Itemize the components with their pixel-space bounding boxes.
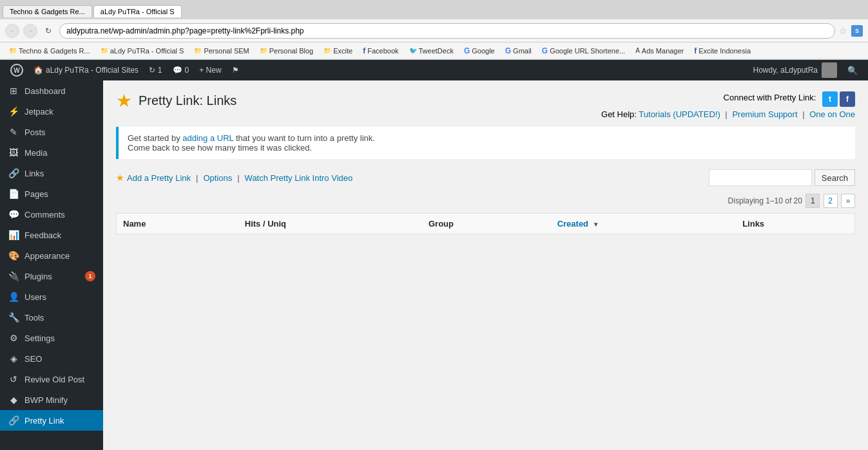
browser-tab-1[interactable]: Techno & Gadgets Re...	[3, 5, 92, 17]
media-icon: 🖼	[8, 147, 19, 158]
user-menu[interactable]: Howdy, aLdyputRa	[748, 60, 843, 80]
revive-icon: ↺	[8, 374, 19, 384]
home-icon: 🏠	[34, 66, 43, 75]
one-on-one-link[interactable]: One on One	[809, 109, 855, 119]
sort-arrow: ▼	[593, 221, 599, 228]
sidebar-item-feedback[interactable]: 📊 Feedback	[0, 225, 103, 245]
bookmark-ads-manager[interactable]: A Ads Manager	[632, 46, 688, 56]
google-url-icon: G	[542, 46, 548, 55]
tutorials-link[interactable]: Tutorials (UPDATED!)	[639, 109, 720, 119]
premium-support-link[interactable]: Premium Support	[732, 109, 797, 119]
info-line-1: Get started by adding a URL that you wan…	[128, 133, 846, 143]
extension-icon[interactable]: S	[851, 25, 863, 37]
info-box: Get started by adding a URL that you wan…	[116, 127, 855, 159]
folder-icon: 📁	[260, 47, 267, 54]
wordpress-logo: W	[10, 64, 23, 77]
sidebar-label: Jetpack	[24, 107, 53, 117]
bookmarks-bar: 📁 Techno & Gadgets R... 📁 aLdy PuTRa - O…	[0, 42, 868, 59]
admin-search-button[interactable]: 🔍	[842, 60, 863, 80]
dashboard-icon: ⊞	[8, 86, 19, 96]
get-help-label: Get Help:	[601, 109, 637, 119]
sidebar-item-comments[interactable]: 💬 Comments	[0, 204, 103, 225]
bookmark-label: Personal SEM	[204, 47, 249, 55]
sidebar-label: SEO	[24, 354, 42, 364]
watch-video-link[interactable]: Watch Pretty Link Intro Video	[245, 173, 353, 183]
sidebar-item-settings[interactable]: ⚙ Settings	[0, 328, 103, 348]
bookmark-label: Techno & Gadgets R...	[19, 47, 90, 55]
table-header-row: Name Hits / Uniq Group Created ▼	[117, 214, 855, 234]
sidebar-item-dashboard[interactable]: ⊞ Dashboard	[0, 80, 103, 101]
pages-icon: 📄	[8, 189, 19, 199]
page-1-btn[interactable]: 1	[805, 194, 820, 208]
sidebar-item-links[interactable]: 🔗 Links	[0, 163, 103, 183]
bookmark-excite-indonesia[interactable]: f Excite Indonesia	[690, 45, 755, 57]
browser-tab-2[interactable]: aLdy PuTRa - Official S	[93, 5, 182, 17]
action-links: ★ Add a Pretty Link | Options | Watch Pr…	[116, 173, 352, 183]
add-pretty-link-button[interactable]: Add a Pretty Link	[127, 173, 191, 183]
bookmark-google-url[interactable]: G Google URL Shortene...	[538, 45, 629, 57]
sidebar-item-seo[interactable]: ◈ SEO	[0, 348, 103, 369]
new-label: + New	[199, 66, 221, 75]
sidebar-label: Posts	[24, 127, 46, 137]
sidebar-item-users[interactable]: 👤 Users	[0, 286, 103, 307]
sidebar-item-jetpack[interactable]: ⚡ Jetpack	[0, 101, 103, 122]
help-section: Get Help: Tutorials (UPDATED!) | Premium…	[601, 109, 855, 119]
jetpack-icon: ⚡	[8, 106, 19, 117]
page-next-btn[interactable]: »	[841, 194, 855, 208]
comments-button[interactable]: 💬 0	[168, 60, 195, 80]
comments-icon: 💬	[173, 66, 182, 75]
bookmark-label: Gmail	[513, 47, 532, 55]
options-link[interactable]: Options	[203, 173, 232, 183]
sidebar-item-revive-old-post[interactable]: ↺ Revive Old Post	[0, 369, 103, 389]
forward-button[interactable]: →	[23, 24, 37, 38]
wpml-button[interactable]: ⚑	[227, 60, 244, 80]
sidebar-label: Settings	[24, 333, 55, 343]
facebook-connect-icon[interactable]: f	[840, 91, 855, 107]
ads-icon: A	[635, 47, 640, 54]
bookmark-star[interactable]: ☆	[839, 26, 847, 36]
sidebar-item-pretty-link[interactable]: 🔗 Pretty Link	[0, 410, 103, 431]
refresh-button[interactable]: ↻	[41, 24, 55, 38]
connect-section: Connect with Pretty Link: t f Get Help: …	[601, 90, 855, 119]
bookmark-aldy[interactable]: 📁 aLdy PuTRa - Official S	[97, 46, 188, 56]
pretty-link-star-icon: ★	[116, 90, 132, 111]
updates-icon: ↻	[149, 66, 155, 75]
search-section: Search	[709, 169, 855, 186]
twitter-connect-icon[interactable]: t	[822, 91, 838, 107]
adding-url-link[interactable]: adding a URL	[182, 133, 233, 143]
page-title: Pretty Link: Links	[139, 93, 236, 108]
sidebar-item-bwp-minify[interactable]: ◆ BWP Minify	[0, 389, 103, 410]
back-button[interactable]: ←	[5, 24, 19, 38]
col-created[interactable]: Created ▼	[551, 214, 737, 234]
bookmark-gmail[interactable]: G Gmail	[501, 45, 535, 57]
bookmark-excite[interactable]: 📁 Excite	[320, 46, 356, 56]
page-2-btn[interactable]: 2	[824, 194, 838, 208]
sidebar-item-appearance[interactable]: 🎨 Appearance	[0, 245, 103, 266]
sidebar-label: Media	[24, 148, 47, 158]
sort-created-link[interactable]: Created ▼	[557, 219, 599, 229]
browser-chrome: Techno & Gadgets Re... aLdy PuTRa - Offi…	[0, 0, 868, 60]
search-input[interactable]	[709, 169, 812, 186]
new-content-button[interactable]: + New	[194, 60, 226, 80]
bookmark-google[interactable]: G Google	[460, 45, 499, 57]
wp-logo-button[interactable]: W	[5, 60, 28, 80]
bookmark-personal-blog[interactable]: 📁 Personal Blog	[256, 46, 318, 56]
sidebar-item-pages[interactable]: 📄 Pages	[0, 183, 103, 204]
bookmark-techno[interactable]: 📁 Techno & Gadgets R...	[5, 46, 94, 56]
sidebar-item-tools[interactable]: 🔧 Tools	[0, 307, 103, 328]
sidebar-label: Revive Old Post	[24, 375, 84, 384]
search-button[interactable]: Search	[815, 169, 855, 186]
sidebar-item-plugins[interactable]: 🔌 Plugins 1	[0, 266, 103, 286]
address-bar[interactable]	[59, 23, 835, 39]
sidebar-label: Pages	[24, 189, 48, 199]
bookmark-personal-sem[interactable]: 📁 Personal SEM	[190, 46, 253, 56]
site-name-button[interactable]: 🏠 aLdy PuTRa - Official Sites	[28, 60, 144, 80]
bookmark-facebook[interactable]: f Facebook	[359, 45, 402, 57]
sidebar-item-media[interactable]: 🖼 Media	[0, 142, 103, 163]
bookmark-tweetdeck[interactable]: 🐦 TweetDeck	[405, 46, 458, 56]
sidebar-item-posts[interactable]: ✎ Posts	[0, 122, 103, 142]
displaying-range: 1–10 of 20	[766, 196, 802, 205]
appearance-icon: 🎨	[8, 250, 19, 261]
sidebar-label: Comments	[24, 210, 65, 220]
updates-button[interactable]: ↻ 1	[144, 60, 168, 80]
